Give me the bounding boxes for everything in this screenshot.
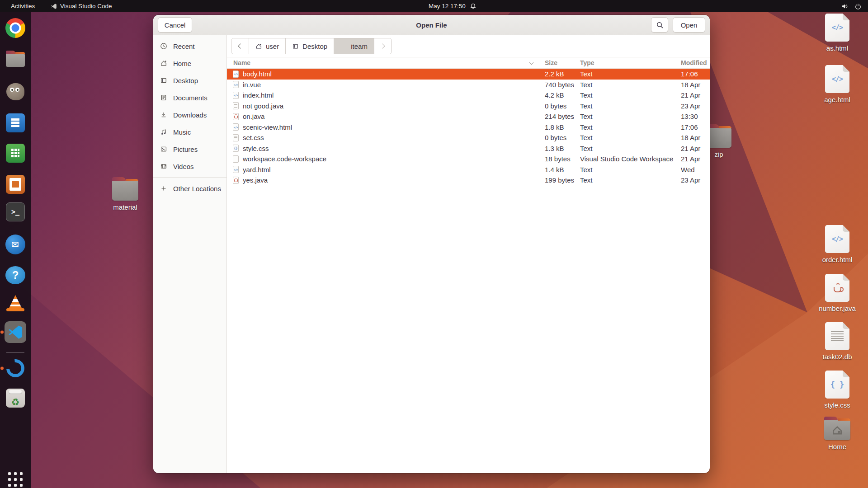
activities-button[interactable]: Activities [7, 0, 38, 12]
breadcrumb-forward-button[interactable] [374, 38, 392, 54]
sidebar-place-item[interactable]: Music [153, 123, 226, 141]
place-icon [160, 77, 167, 84]
chevron-left-icon [238, 43, 243, 48]
sidebar-place-item[interactable]: Videos [153, 158, 226, 175]
volume-icon [841, 3, 848, 10]
desktop-file-icon[interactable]: age.html [817, 65, 857, 103]
gimp-icon [6, 83, 24, 100]
file-modified: 18 Apr [681, 134, 710, 141]
desktop-file-icon[interactable]: Home [817, 419, 857, 450]
breadcrumb: user Desktop iteam [231, 38, 392, 54]
desktop-file-icon[interactable]: number.java [817, 274, 857, 312]
breadcrumb-icon [255, 43, 262, 50]
desktop-folder-material[interactable]: material [107, 180, 143, 211]
thunderbird-icon: ✉ [5, 235, 25, 254]
file-size: 2.2 kB [545, 70, 580, 78]
dock-item-help[interactable]: ? [5, 264, 26, 286]
breadcrumb-item[interactable]: iteam [334, 38, 374, 54]
file-row[interactable]: index.html 4.2 kB Text 21 Apr [227, 90, 710, 101]
file-list-header: Name Size Type Modified [227, 57, 710, 69]
file-row[interactable]: on.java 214 bytes Text 13:30 [227, 111, 710, 122]
breadcrumb-back-button[interactable] [231, 38, 249, 54]
breadcrumb-item[interactable]: user [249, 38, 286, 54]
file-row[interactable]: not good.java 0 bytes Text 23 Apr [227, 101, 710, 112]
file-row[interactable]: yes.java 199 bytes Text 23 Apr [227, 175, 710, 186]
file-name-cell: set.css [227, 134, 545, 141]
file-row[interactable]: yard.html 1.4 kB Text Wed [227, 164, 710, 175]
dock-item-terminal[interactable]: >_ [5, 201, 26, 223]
place-icon [160, 128, 167, 136]
file-row[interactable]: scenic-view.html 1.8 kB Text 17:06 [227, 122, 710, 133]
sidebar-divider [153, 177, 226, 178]
sidebar-place-item[interactable]: Downloads [153, 106, 226, 123]
place-label: Documents [173, 94, 208, 102]
impress-icon [6, 175, 25, 194]
cancel-button[interactable]: Cancel [158, 17, 192, 33]
dialog-header: Cancel Open File Open [153, 15, 710, 35]
file-row[interactable]: in.vue 740 bytes Text 18 Apr [227, 80, 710, 90]
desktop-file-icon[interactable]: style.css [817, 371, 857, 409]
focused-app-menu[interactable]: Visual Studio Code [51, 0, 112, 12]
file-row[interactable]: body.html 2.2 kB Text 17:06 [227, 69, 710, 80]
desktop-file-icon[interactable]: task02.db [817, 322, 857, 361]
column-header-modified[interactable]: Modified [681, 59, 710, 66]
file-name: body.html [243, 70, 272, 78]
sidebar-place-item[interactable]: Desktop [153, 72, 226, 89]
code-glyph-icon [832, 235, 843, 243]
dock-item-software-app[interactable] [5, 357, 26, 379]
file-row[interactable]: workspace.code-workspace 18 bytes Visual… [227, 154, 710, 164]
file-type-icon [233, 102, 239, 109]
dock-item-libreoffice-impress[interactable] [5, 174, 26, 195]
sidebar-place-item[interactable]: Pictures [153, 141, 226, 158]
sidebar-place-item[interactable]: Documents [153, 89, 226, 106]
file-size: 214 bytes [545, 113, 580, 120]
dock-item-gimp[interactable] [5, 81, 26, 103]
dock-item-trash[interactable]: ♻ [5, 387, 26, 409]
house-icon [831, 424, 844, 436]
file-type-icon [233, 92, 239, 99]
file-type: Visual Studio Code Workspace [580, 155, 681, 163]
dock-item-files[interactable] [5, 49, 26, 70]
desktop-file-icon[interactable]: as.html [817, 14, 857, 52]
sidebar-place-item[interactable]: Home [153, 55, 226, 72]
place-label: Other Locations [173, 185, 221, 192]
column-header-type[interactable]: Type [580, 59, 681, 66]
file-modified: 23 Apr [681, 176, 710, 184]
writer-icon [6, 113, 25, 132]
search-button[interactable] [651, 17, 668, 33]
file-name-cell: index.html [227, 91, 545, 99]
system-status-area[interactable] [841, 0, 862, 12]
clock-menu[interactable]: May 12 17:50 [429, 0, 476, 12]
dock-item-libreoffice-calc[interactable] [5, 142, 26, 164]
file-name: style.css [243, 145, 269, 152]
place-icon [160, 111, 167, 118]
plus-icon [160, 185, 167, 192]
dock-item-libreoffice-writer[interactable] [5, 112, 26, 134]
file-name: in.vue [243, 81, 261, 89]
dock-item-vlc[interactable] [5, 292, 26, 314]
file-type-icon [233, 155, 239, 163]
column-header-size[interactable]: Size [545, 59, 580, 66]
file-size: 18 bytes [545, 155, 580, 163]
open-button[interactable]: Open [673, 17, 705, 33]
file-type: Text [580, 123, 681, 131]
file-size: 199 bytes [545, 176, 580, 184]
desktop-file-icon[interactable]: order.html [817, 225, 857, 263]
open-file-dialog: Cancel Open File Open Recent Home [153, 15, 710, 473]
focused-app-title: Visual Studio Code [60, 3, 112, 9]
sidebar-place-item[interactable]: Recent [153, 38, 226, 55]
dock-item-thunderbird[interactable]: ✉ [5, 234, 26, 255]
dock-item-show-applications[interactable] [5, 469, 26, 488]
column-header-name[interactable]: Name [227, 59, 545, 66]
file-size: 1.4 kB [545, 166, 580, 174]
file-page-icon [825, 14, 849, 42]
sidebar-item-other-locations[interactable]: Other Locations [153, 180, 226, 197]
file-row[interactable]: style.css 1.3 kB Text 21 Apr [227, 143, 710, 154]
dock-item-visual-studio-code[interactable] [5, 321, 26, 343]
dock-item-google-chrome[interactable] [5, 17, 26, 39]
file-modified: 17:06 [681, 70, 710, 78]
breadcrumb-item[interactable]: Desktop [286, 38, 334, 54]
file-size: 4.2 kB [545, 91, 580, 99]
file-row[interactable]: set.css 0 bytes Text 18 Apr [227, 132, 710, 143]
breadcrumb-label: user [266, 42, 279, 50]
